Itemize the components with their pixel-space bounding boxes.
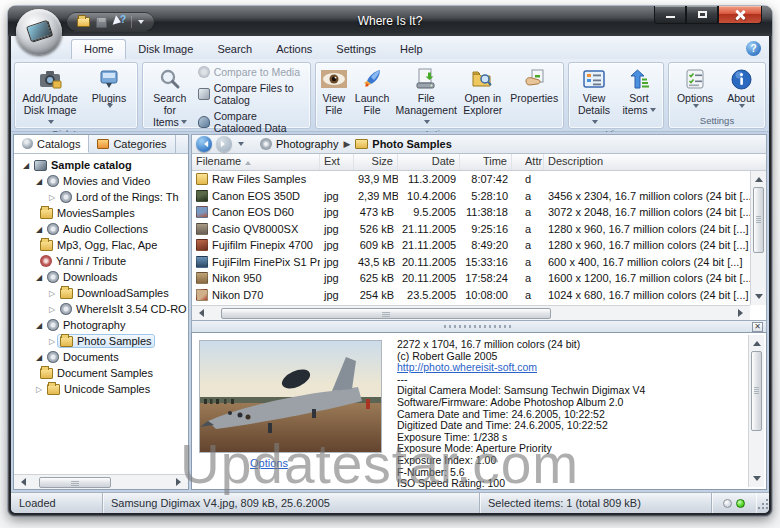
- column-filename[interactable]: Filename: [192, 154, 320, 170]
- scroll-right-icon[interactable]: [173, 476, 188, 489]
- tree-item-downloads[interactable]: Downloads: [14, 269, 188, 285]
- tab-disk-image[interactable]: Disk Image: [126, 40, 205, 59]
- scroll-left-icon[interactable]: [192, 307, 207, 320]
- tree-item-movies-and-video[interactable]: Movies and Video: [14, 173, 188, 189]
- tab-search[interactable]: Search: [205, 40, 264, 59]
- tree-item-lord-of-the-rings[interactable]: Lord of the Rings: Th: [14, 189, 188, 205]
- help-icon[interactable]: [746, 41, 761, 56]
- column-attr[interactable]: Attr: [512, 154, 544, 170]
- column-size[interactable]: Size: [354, 154, 398, 170]
- expand-arrow-icon[interactable]: [33, 225, 45, 234]
- tree-item-audio-collections[interactable]: Audio Collections: [14, 221, 188, 237]
- file-management-button[interactable]: File Management: [394, 65, 458, 128]
- file-row-nikon-d70[interactable]: Nikon D70 jpg254 kB 23.5.200510:08:00 a1…: [192, 287, 766, 304]
- scroll-right-icon[interactable]: [735, 307, 750, 320]
- expand-arrow-icon[interactable]: [33, 177, 45, 186]
- open-catalog-icon[interactable]: [77, 17, 90, 27]
- about-button[interactable]: About: [720, 65, 762, 115]
- breadcrumb-current[interactable]: Photo Samples: [372, 138, 451, 150]
- add-update-disk-image-button[interactable]: Add/Update Disk Image: [18, 65, 82, 128]
- file-row-fujifilm-finepix-s1-pro[interactable]: FujiFilm FinePix S1 Pro jpg43,5 kB 20.11…: [192, 254, 766, 271]
- sort-items-button[interactable]: Sort items: [618, 65, 660, 128]
- resize-grip[interactable]: [756, 493, 769, 513]
- context-help-icon[interactable]: [113, 16, 125, 28]
- customize-toolbar-chevron-icon[interactable]: [138, 20, 144, 27]
- collapse-arrow-icon[interactable]: [46, 337, 58, 346]
- file-row-fujifilm-finepix-4700[interactable]: Fujifilm Finepix 4700 jpg609 kB 21.11.20…: [192, 237, 766, 254]
- tree-item-mp3-ogg-flac-ape[interactable]: Mp3, Ogg, Flac, Ape: [14, 237, 188, 253]
- application-menu-button[interactable]: [16, 9, 62, 55]
- tree-item-documents[interactable]: Documents: [14, 349, 188, 365]
- scroll-down-icon[interactable]: [751, 292, 766, 305]
- expand-arrow-icon[interactable]: [33, 353, 45, 362]
- tab-help[interactable]: Help: [388, 40, 435, 59]
- column-description[interactable]: Description: [544, 154, 766, 170]
- tree-item-moviessamples[interactable]: MoviesSamples: [14, 205, 188, 221]
- file-row-nikon-950[interactable]: Nikon 950 jpg625 kB 20.11.200517:58:24 a…: [192, 270, 766, 287]
- back-button[interactable]: [196, 136, 212, 152]
- scrollbar-thumb[interactable]: [221, 308, 551, 319]
- tree-item-unicode-samples[interactable]: Unicode Samples: [14, 381, 188, 397]
- plugins-button[interactable]: Plugins: [84, 65, 134, 128]
- tab-actions[interactable]: Actions: [264, 40, 324, 59]
- history-dropdown-icon[interactable]: [238, 142, 244, 149]
- tree-item-whereisit-cdrom[interactable]: WhereIsIt 3.54 CD-RO: [14, 301, 188, 317]
- tree-item-photography[interactable]: Photography: [14, 317, 188, 333]
- scrollbar-thumb[interactable]: [39, 477, 111, 488]
- splitter-grip-icon[interactable]: [444, 325, 514, 328]
- collapse-arrow-icon[interactable]: [46, 289, 58, 298]
- file-row-canon-eos-350d[interactable]: Canon EOS 350D jpg2,39 MB 10.4.20065:28:…: [192, 188, 766, 205]
- tree-item-yanni-tribute[interactable]: Yanni / Tribute: [14, 253, 188, 269]
- close-button[interactable]: [718, 6, 762, 24]
- breadcrumb-parent[interactable]: Photography: [276, 138, 338, 150]
- expand-arrow-icon[interactable]: [33, 273, 45, 282]
- file-row-canon-eos-d60[interactable]: Canon EOS D60 jpg473 kB 9.5.200511:38:18…: [192, 204, 766, 221]
- options-link[interactable]: Options: [250, 457, 288, 469]
- column-ext[interactable]: Ext: [320, 154, 354, 170]
- scroll-up-icon[interactable]: [751, 171, 766, 184]
- tree-item-downloadsamples[interactable]: DownloadSamples: [14, 285, 188, 301]
- tab-categories[interactable]: Categories: [89, 135, 175, 153]
- forward-button[interactable]: [216, 136, 232, 152]
- tree-item-photo-samples[interactable]: Photo Samples: [14, 333, 188, 349]
- scroll-up-icon[interactable]: [749, 335, 764, 348]
- scrollbar-thumb[interactable]: [753, 187, 764, 253]
- list-horizontal-scrollbar[interactable]: [192, 305, 750, 320]
- tab-catalogs[interactable]: Catalogs: [14, 135, 89, 153]
- launch-file-button[interactable]: Launch File: [352, 65, 392, 128]
- properties-button[interactable]: Properties: [507, 65, 561, 128]
- file-row-casio-qv8000sx[interactable]: Casio QV8000SX jpg526 kB 21.11.20059:25:…: [192, 221, 766, 238]
- maximize-button[interactable]: [686, 6, 718, 24]
- save-icon[interactable]: [96, 17, 107, 28]
- list-vertical-scrollbar[interactable]: [750, 171, 766, 305]
- collapse-arrow-icon[interactable]: [46, 193, 58, 202]
- scroll-left-icon[interactable]: [14, 476, 29, 489]
- column-date[interactable]: Date: [398, 154, 460, 170]
- tree-horizontal-scrollbar[interactable]: [14, 474, 188, 489]
- scrollbar-thumb[interactable]: [751, 351, 762, 431]
- tab-home[interactable]: Home: [71, 39, 126, 59]
- open-in-explorer-button[interactable]: Open in Explorer: [460, 65, 505, 128]
- preview-vertical-scrollbar[interactable]: [748, 335, 764, 487]
- photo-site-link[interactable]: http://photo.whereisit-soft.com: [397, 362, 746, 374]
- collapse-arrow-icon[interactable]: [33, 385, 45, 394]
- compare-to-media-button[interactable]: Compare to Media: [196, 65, 307, 79]
- view-details-button[interactable]: View Details: [572, 65, 616, 128]
- expand-arrow-icon[interactable]: [20, 161, 32, 170]
- scroll-down-icon[interactable]: [749, 474, 764, 487]
- compare-files-to-catalog-button[interactable]: Compare Files to Catalog: [196, 81, 307, 107]
- search-for-items-button[interactable]: Search for Items: [146, 65, 194, 135]
- tree-item-document-samples[interactable]: Document Samples: [14, 365, 188, 381]
- tab-settings[interactable]: Settings: [324, 40, 388, 59]
- tree-item-sample-catalog[interactable]: Sample catalog: [14, 157, 188, 173]
- expand-arrow-icon[interactable]: [33, 321, 45, 330]
- view-file-button[interactable]: View File: [318, 65, 350, 128]
- options-button[interactable]: Options: [672, 65, 718, 115]
- preview-close-button[interactable]: [752, 322, 763, 332]
- minimize-button[interactable]: [654, 6, 686, 24]
- column-time[interactable]: Time: [460, 154, 512, 170]
- photo-thumbnail[interactable]: [199, 340, 382, 453]
- file-row-raw-files-samples[interactable]: Raw Files Samples 93,9 MB 11.3.20098:07:…: [192, 171, 766, 188]
- collapse-arrow-icon[interactable]: [46, 305, 58, 314]
- preview-splitter[interactable]: [191, 321, 767, 332]
